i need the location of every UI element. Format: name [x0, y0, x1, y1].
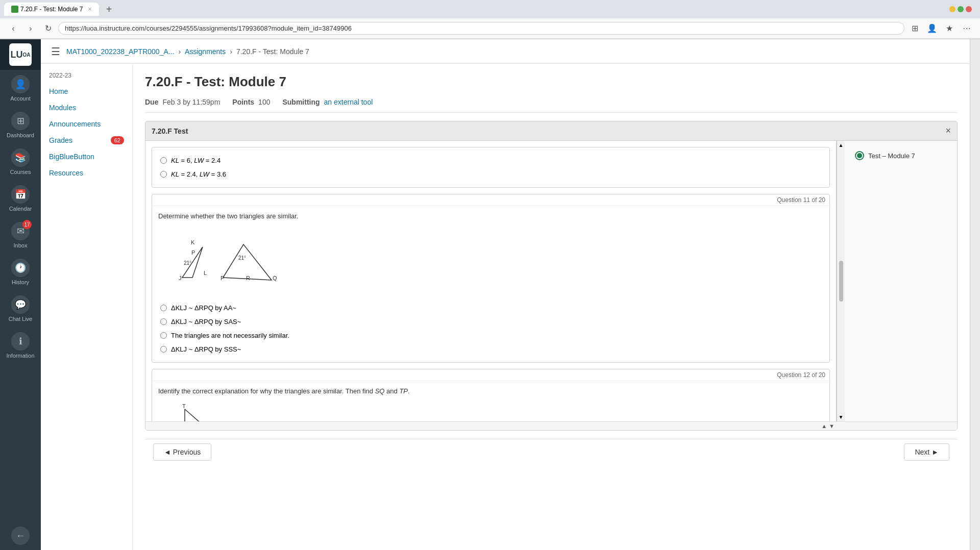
- submitting-value[interactable]: an external tool: [324, 98, 373, 106]
- nav-year: 2022-23: [41, 70, 132, 83]
- q12-diagram: T 4 S 4: [158, 400, 823, 421]
- nav-announcements[interactable]: Announcements: [41, 116, 132, 132]
- maximize-button[interactable]: [958, 6, 964, 12]
- scroll-up-btn[interactable]: ▲: [821, 423, 827, 429]
- grades-label: Grades: [49, 136, 72, 144]
- previous-button[interactable]: ◄ Previous: [153, 443, 211, 461]
- svg-text:P: P: [220, 275, 224, 281]
- q10-option1[interactable]: KL = 6, LW = 2.4: [158, 154, 823, 167]
- breadcrumb-current: 7.20.F - Test: Module 7: [236, 47, 309, 56]
- q11-option3[interactable]: The triangles are not necessarily simila…: [158, 329, 823, 342]
- assignment-meta: Due Feb 3 by 11:59pm Points 100 Submitti…: [145, 98, 958, 113]
- grades-badge: 62: [111, 136, 124, 144]
- q11-option3-text: The triangles are not necessarily simila…: [171, 332, 289, 339]
- q12-header-text: Question 12 of 20: [777, 371, 825, 379]
- q10-option1-text: KL = 6, LW = 2.4: [171, 157, 220, 164]
- sidebar-item-information[interactable]: ℹ Information: [0, 327, 41, 364]
- sidebar-icons: LUOA 👤 Account ⊞ Dashboard 📚 Courses 📅 C…: [0, 39, 41, 550]
- q11-option2-text: ΔKLJ ~ ΔRPQ by SAS~: [171, 318, 241, 326]
- test-frame-close-button[interactable]: ×: [945, 126, 951, 136]
- sidebar-item-courses[interactable]: 📚 Courses: [0, 143, 41, 180]
- extensions-button[interactable]: ⊞: [908, 21, 922, 36]
- back-button[interactable]: ‹: [6, 21, 20, 36]
- scroll-down-btn[interactable]: ▼: [829, 423, 835, 429]
- breadcrumb-assignments[interactable]: Assignments: [185, 47, 226, 56]
- page-main: 7.20.F - Test: Module 7 Due Feb 3 by 11:…: [133, 64, 970, 550]
- q10-radio1[interactable]: [160, 157, 167, 164]
- breadcrumb-course[interactable]: MAT1000_202238_APTR000_A...: [66, 47, 174, 56]
- svg-text:R: R: [246, 275, 250, 281]
- q12-text: Identify the correct explanation for why…: [158, 387, 823, 395]
- reload-button[interactable]: ↻: [41, 21, 55, 36]
- profile-button[interactable]: 👤: [925, 21, 939, 36]
- q11-option2[interactable]: ΔKLJ ~ ΔRPQ by SAS~: [158, 315, 823, 329]
- sidebar-item-collapse[interactable]: ←: [0, 521, 41, 550]
- q11-option4[interactable]: ΔKLJ ~ ΔRPQ by SSS~: [158, 342, 823, 356]
- questions-scrollbar[interactable]: ▲ ▼: [837, 141, 845, 421]
- svg-text:Q: Q: [273, 275, 277, 281]
- inbox-badge: 17: [22, 220, 32, 229]
- svg-text:T: T: [182, 404, 186, 409]
- logo-mark: LUOA: [9, 43, 32, 66]
- sidebar-item-dashboard[interactable]: ⊞ Dashboard: [0, 107, 41, 143]
- address-bar[interactable]: [58, 22, 904, 35]
- scroll-down-arrow[interactable]: ▼: [837, 413, 845, 421]
- question-11-block: Question 11 of 20 Determine whether the …: [152, 194, 830, 363]
- sidebar-item-inbox[interactable]: ✉ 17 Inbox: [0, 217, 41, 254]
- sidebar-item-history[interactable]: 🕐 History: [0, 254, 41, 290]
- module-radio-inner: [857, 153, 862, 158]
- forward-button[interactable]: ›: [23, 21, 38, 36]
- question-12-block: Question 12 of 20 Identify the correct e…: [152, 369, 830, 421]
- scroll-up-arrow[interactable]: ▲: [837, 141, 845, 149]
- nav-bigbluebutton[interactable]: BigBlueButton: [41, 148, 132, 165]
- nav-modules[interactable]: Modules: [41, 99, 132, 116]
- bottom-scroll-controls: ▲ ▼: [145, 421, 957, 430]
- q10-radio2[interactable]: [160, 171, 167, 178]
- test-frame-body: KL = 6, LW = 2.4 KL = 2.4, LW = 3.6: [145, 141, 957, 421]
- q11-radio2[interactable]: [160, 318, 167, 325]
- q12-header: Question 12 of 20: [152, 369, 829, 381]
- history-icon: 🕐: [11, 259, 30, 277]
- svg-line-13: [185, 409, 226, 421]
- due-value: Feb 3 by 11:59pm: [162, 98, 220, 106]
- svg-text:21°: 21°: [238, 255, 246, 261]
- menu-toggle[interactable]: ☰: [51, 45, 60, 58]
- tab-bar: 7.20.F - Test: Module 7 × +: [0, 0, 980, 18]
- browser-tab[interactable]: 7.20.F - Test: Module 7 ×: [4, 3, 99, 16]
- next-button[interactable]: Next ►: [904, 443, 949, 461]
- calendar-label: Calendar: [9, 206, 32, 212]
- nav-grades[interactable]: Grades 62: [41, 132, 132, 148]
- courses-icon: 📚: [11, 148, 30, 167]
- q11-radio4[interactable]: [160, 346, 167, 353]
- q10-option2[interactable]: KL = 2.4, LW = 3.6: [158, 167, 823, 181]
- q12-content: Identify the correct explanation for why…: [152, 381, 829, 421]
- courses-label: Courses: [10, 169, 31, 175]
- questions-area: KL = 6, LW = 2.4 KL = 2.4, LW = 3.6: [145, 141, 837, 421]
- dashboard-icon: ⊞: [11, 112, 30, 130]
- chat-live-label: Chat Live: [9, 316, 32, 322]
- favorites-button[interactable]: ★: [942, 21, 957, 36]
- inbox-label: Inbox: [14, 242, 28, 248]
- browser-toolbar: ‹ › ↻ ⊞ 👤 ★ ⋯: [0, 18, 980, 39]
- questions-container: KL = 6, LW = 2.4 KL = 2.4, LW = 3.6: [145, 141, 957, 421]
- new-tab-button[interactable]: +: [102, 2, 116, 16]
- sidebar-item-account[interactable]: 👤 Account: [0, 70, 41, 107]
- browser-chrome: 7.20.F - Test: Module 7 × + ‹ › ↻ ⊞ 👤 ★ …: [0, 0, 980, 39]
- questions-scroll-area: KL = 6, LW = 2.4 KL = 2.4, LW = 3.6: [145, 141, 957, 421]
- more-button[interactable]: ⋯: [960, 21, 974, 36]
- sidebar-item-calendar[interactable]: 📅 Calendar: [0, 180, 41, 217]
- nav-home[interactable]: Home: [41, 83, 132, 99]
- minimize-button[interactable]: [949, 6, 955, 12]
- nav-resources[interactable]: Resources: [41, 165, 132, 181]
- scroll-thumb[interactable]: [839, 261, 843, 302]
- app-layout: LUOA 👤 Account ⊞ Dashboard 📚 Courses 📅 C…: [0, 39, 980, 550]
- submitting-label: Submitting: [282, 98, 320, 106]
- q11-radio3[interactable]: [160, 332, 167, 339]
- close-button[interactable]: [966, 6, 972, 12]
- sidebar-item-chat-live[interactable]: 💬 Chat Live: [0, 290, 41, 327]
- svg-text:21°: 21°: [184, 260, 191, 266]
- q11-radio1[interactable]: [160, 305, 167, 311]
- q11-option1[interactable]: ΔKLJ ~ ΔRPQ by AA~: [158, 301, 823, 315]
- tab-close[interactable]: ×: [88, 6, 92, 13]
- svg-text:J: J: [179, 275, 182, 281]
